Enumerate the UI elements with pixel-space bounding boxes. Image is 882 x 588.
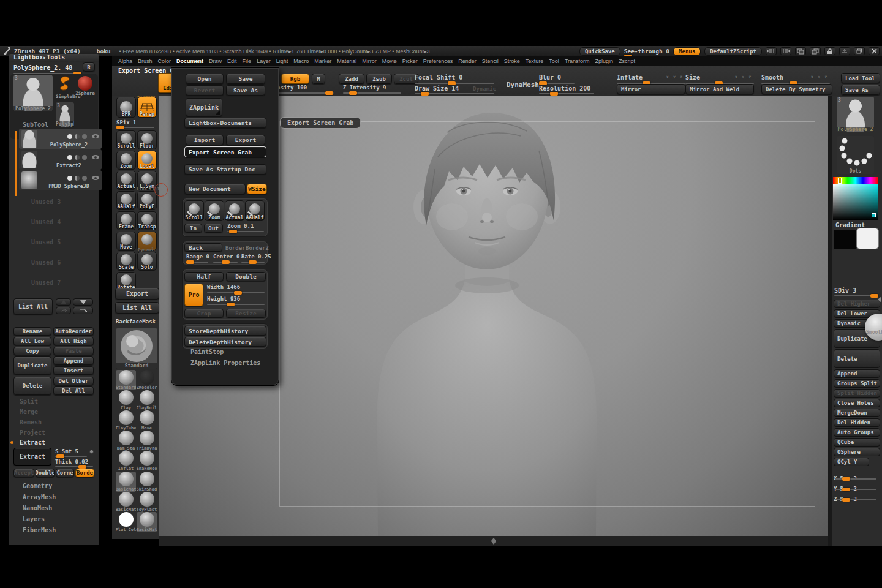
- menu-item[interactable]: Edit: [227, 58, 237, 64]
- load-tool-button[interactable]: Load Tool: [841, 73, 880, 83]
- scroll-down-arrow-icon[interactable]: [491, 541, 496, 545]
- menu-item[interactable]: Alpha: [118, 58, 132, 64]
- saturation-square[interactable]: [833, 184, 878, 220]
- tray-button[interactable]: Delete: [834, 349, 880, 368]
- extract-button[interactable]: Extract: [13, 448, 51, 466]
- nav-button[interactable]: AAHalf: [116, 191, 136, 210]
- doc-export-button[interactable]: Export: [226, 135, 265, 145]
- crop-button[interactable]: Crop: [184, 309, 224, 318]
- subtool-toggles[interactable]: [65, 172, 99, 183]
- accept-button[interactable]: Accept: [13, 469, 34, 477]
- delete-by-symmetry-button[interactable]: Delete By Symmetry: [761, 84, 832, 94]
- menu-item[interactable]: Stroke: [504, 58, 520, 64]
- doc-in-button[interactable]: In: [184, 224, 202, 233]
- r-button[interactable]: R: [83, 62, 95, 72]
- doc-nav-button[interactable]: Zoom: [205, 200, 224, 221]
- del-all-button[interactable]: Del All: [53, 386, 94, 395]
- active-tool-thumbnail[interactable]: 3 PolySphere_2: [837, 97, 874, 132]
- nav-button[interactable]: Transp: [137, 211, 157, 230]
- menu-item[interactable]: Marker: [314, 58, 331, 64]
- res-slider[interactable]: Y Res 2: [834, 481, 880, 491]
- nav-button[interactable]: Scale: [116, 252, 136, 271]
- nav-button[interactable]: Line Fill PolyF: [137, 191, 157, 210]
- export-button[interactable]: Export: [115, 288, 159, 300]
- lightbox-documents-button[interactable]: Lightbox▸Documents: [184, 118, 266, 128]
- tray-button[interactable]: Split Hidden: [834, 389, 880, 398]
- simplebrush-tool[interactable]: SimpleBru: [56, 75, 74, 101]
- paintstop-item[interactable]: PaintStop: [190, 349, 224, 355]
- delete-depth-history-button[interactable]: DeleteDepthHistory: [184, 337, 266, 347]
- mirror-button[interactable]: Mirror: [617, 84, 685, 94]
- subtool-move-up-button[interactable]: [56, 298, 71, 306]
- tool-thumbnail-main[interactable]: 3 PolySphere_2: [13, 75, 53, 111]
- zsphere-tool[interactable]: ZSphere: [75, 75, 95, 101]
- tray-button[interactable]: Del Hidden: [834, 418, 880, 427]
- export-screen-grab-button[interactable]: Export Screen Grab: [184, 146, 266, 157]
- paste-button[interactable]: Paste: [53, 347, 94, 355]
- restore-icon[interactable]: [854, 47, 865, 55]
- duplicate-button[interactable]: Duplicate: [13, 356, 51, 375]
- save-as-startup-doc-button[interactable]: Save As Startup Doc: [184, 164, 266, 175]
- sdiv-slider[interactable]: SDiv 3: [834, 287, 856, 294]
- extract-section-header[interactable]: Extract: [20, 439, 45, 446]
- section-header[interactable]: ArrayMesh: [23, 494, 56, 505]
- close-icon[interactable]: [869, 47, 880, 55]
- minimize-icon[interactable]: [839, 47, 850, 55]
- wsize-button[interactable]: WSize: [247, 184, 267, 194]
- tray-button[interactable]: Auto Groups: [834, 428, 880, 437]
- collapse-left-tray-icon[interactable]: [766, 47, 777, 55]
- menu-item[interactable]: Layer: [257, 58, 271, 64]
- subtool-shuffle-up-button[interactable]: [56, 307, 71, 314]
- menu-item[interactable]: Tool: [549, 58, 559, 64]
- size-xyz[interactable]: X Y Z: [735, 75, 752, 79]
- lock-icon[interactable]: [824, 47, 835, 55]
- doc-revert-button[interactable]: Revert: [186, 85, 224, 96]
- section-header[interactable]: Geometry: [23, 483, 56, 494]
- tray-divider-arrow-icon[interactable]: [878, 296, 881, 303]
- tray-button[interactable]: Del Higher: [834, 300, 880, 308]
- resize-button[interactable]: Resize: [226, 309, 266, 318]
- doc-open-button[interactable]: Open: [186, 74, 224, 84]
- default-zscript-button[interactable]: DefaultZScript: [704, 47, 762, 56]
- brush-slot[interactable]: ClayBuildu: [137, 390, 157, 410]
- menu-item[interactable]: Document: [176, 58, 203, 64]
- tray-button[interactable]: Groups Split: [834, 379, 880, 388]
- menu-item[interactable]: Draw: [209, 58, 222, 64]
- spix-slider[interactable]: SPix 1: [116, 119, 137, 126]
- divider-right-icon[interactable]: [810, 47, 821, 55]
- border-button[interactable]: Border: [225, 245, 246, 251]
- menu-item[interactable]: Brush: [138, 58, 153, 64]
- menu-item[interactable]: File: [243, 58, 252, 64]
- center-slider[interactable]: Center 0.: [213, 254, 243, 260]
- subtool-item[interactable]: PM3D_Sphere3D: [19, 170, 102, 190]
- tray-button[interactable]: MergeDown: [834, 409, 880, 417]
- brush-slot[interactable]: Inflat: [116, 451, 136, 471]
- z-intensity-slider[interactable]: Z Intensity 9: [343, 85, 386, 91]
- rename-button[interactable]: Rename: [13, 327, 51, 336]
- del-other-button[interactable]: Del Other: [53, 377, 94, 385]
- all-low-button[interactable]: All Low: [13, 337, 51, 345]
- nav-button[interactable]: Dynamic Solo: [137, 252, 157, 271]
- smooth-slider[interactable]: Smooth: [761, 74, 783, 81]
- menu-item[interactable]: Material: [337, 58, 356, 64]
- all-high-button[interactable]: All High: [53, 337, 94, 345]
- material-slot[interactable]: BasicMat: [137, 512, 157, 532]
- brush-slot[interactable]: TrimDyna: [137, 431, 157, 451]
- brush-slot[interactable]: Standard: [116, 370, 136, 390]
- alpha-thumbnail[interactable]: Dots: [837, 136, 874, 174]
- menu-item[interactable]: Zplugin: [595, 58, 614, 64]
- section-header[interactable]: NanoMesh: [23, 505, 56, 516]
- pro-button[interactable]: Pro: [184, 284, 203, 306]
- menu-item[interactable]: Render: [458, 58, 477, 64]
- res-slider[interactable]: X Res 2: [834, 471, 880, 481]
- subtool-toggles[interactable]: [65, 130, 99, 141]
- brush-slot[interactable]: ZModeler: [137, 370, 157, 390]
- menu-item[interactable]: Color: [158, 58, 172, 64]
- subtool-item[interactable]: PolySphere_2: [19, 129, 102, 149]
- menu-item[interactable]: Light: [276, 58, 288, 64]
- menu-item[interactable]: Movie: [382, 58, 397, 64]
- inflate-slider[interactable]: Inflate: [617, 74, 643, 81]
- rate-slider[interactable]: Rate 0.25: [241, 254, 271, 260]
- res-slider[interactable]: Z Res 2: [834, 492, 880, 502]
- doc-zoom-slider[interactable]: Zoom 0.1: [227, 223, 254, 229]
